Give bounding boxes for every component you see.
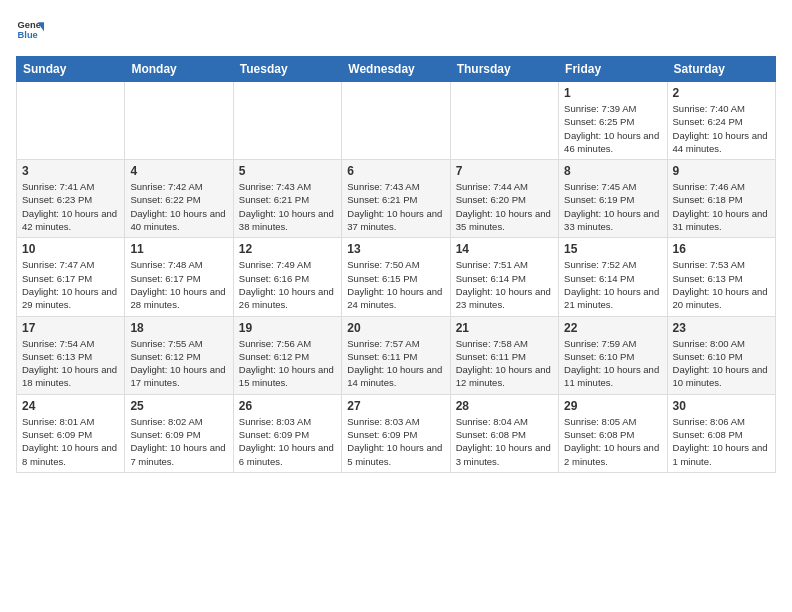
day-info: Sunrise: 8:04 AM Sunset: 6:08 PM Dayligh…	[456, 415, 553, 468]
day-info: Sunrise: 8:05 AM Sunset: 6:08 PM Dayligh…	[564, 415, 661, 468]
calendar-cell: 21Sunrise: 7:58 AM Sunset: 6:11 PM Dayli…	[450, 316, 558, 394]
calendar-cell: 17Sunrise: 7:54 AM Sunset: 6:13 PM Dayli…	[17, 316, 125, 394]
day-number: 27	[347, 399, 444, 413]
calendar-week-row: 1Sunrise: 7:39 AM Sunset: 6:25 PM Daylig…	[17, 82, 776, 160]
calendar-cell: 6Sunrise: 7:43 AM Sunset: 6:21 PM Daylig…	[342, 160, 450, 238]
day-number: 14	[456, 242, 553, 256]
day-number: 8	[564, 164, 661, 178]
calendar-cell: 26Sunrise: 8:03 AM Sunset: 6:09 PM Dayli…	[233, 394, 341, 472]
day-number: 25	[130, 399, 227, 413]
calendar-cell: 1Sunrise: 7:39 AM Sunset: 6:25 PM Daylig…	[559, 82, 667, 160]
logo: General Blue	[16, 16, 48, 44]
page-header: General Blue	[16, 16, 776, 44]
logo-icon: General Blue	[16, 16, 44, 44]
calendar-cell: 12Sunrise: 7:49 AM Sunset: 6:16 PM Dayli…	[233, 238, 341, 316]
calendar-cell: 15Sunrise: 7:52 AM Sunset: 6:14 PM Dayli…	[559, 238, 667, 316]
day-number: 28	[456, 399, 553, 413]
day-info: Sunrise: 8:03 AM Sunset: 6:09 PM Dayligh…	[239, 415, 336, 468]
day-info: Sunrise: 7:43 AM Sunset: 6:21 PM Dayligh…	[347, 180, 444, 233]
day-number: 24	[22, 399, 119, 413]
calendar-cell: 4Sunrise: 7:42 AM Sunset: 6:22 PM Daylig…	[125, 160, 233, 238]
calendar-cell: 25Sunrise: 8:02 AM Sunset: 6:09 PM Dayli…	[125, 394, 233, 472]
day-number: 7	[456, 164, 553, 178]
calendar-cell: 2Sunrise: 7:40 AM Sunset: 6:24 PM Daylig…	[667, 82, 775, 160]
day-number: 29	[564, 399, 661, 413]
day-info: Sunrise: 8:06 AM Sunset: 6:08 PM Dayligh…	[673, 415, 770, 468]
weekday-header: Wednesday	[342, 57, 450, 82]
calendar-cell	[17, 82, 125, 160]
day-number: 10	[22, 242, 119, 256]
day-number: 18	[130, 321, 227, 335]
day-info: Sunrise: 7:52 AM Sunset: 6:14 PM Dayligh…	[564, 258, 661, 311]
day-number: 15	[564, 242, 661, 256]
weekday-header: Sunday	[17, 57, 125, 82]
day-number: 19	[239, 321, 336, 335]
day-number: 5	[239, 164, 336, 178]
day-number: 20	[347, 321, 444, 335]
calendar-cell: 11Sunrise: 7:48 AM Sunset: 6:17 PM Dayli…	[125, 238, 233, 316]
day-info: Sunrise: 7:41 AM Sunset: 6:23 PM Dayligh…	[22, 180, 119, 233]
day-info: Sunrise: 7:43 AM Sunset: 6:21 PM Dayligh…	[239, 180, 336, 233]
day-info: Sunrise: 7:40 AM Sunset: 6:24 PM Dayligh…	[673, 102, 770, 155]
day-info: Sunrise: 8:02 AM Sunset: 6:09 PM Dayligh…	[130, 415, 227, 468]
calendar-cell: 24Sunrise: 8:01 AM Sunset: 6:09 PM Dayli…	[17, 394, 125, 472]
calendar-week-row: 17Sunrise: 7:54 AM Sunset: 6:13 PM Dayli…	[17, 316, 776, 394]
calendar-cell	[342, 82, 450, 160]
day-number: 17	[22, 321, 119, 335]
day-info: Sunrise: 7:39 AM Sunset: 6:25 PM Dayligh…	[564, 102, 661, 155]
calendar-cell: 22Sunrise: 7:59 AM Sunset: 6:10 PM Dayli…	[559, 316, 667, 394]
calendar-week-row: 10Sunrise: 7:47 AM Sunset: 6:17 PM Dayli…	[17, 238, 776, 316]
weekday-header: Friday	[559, 57, 667, 82]
day-number: 9	[673, 164, 770, 178]
weekday-header: Monday	[125, 57, 233, 82]
day-info: Sunrise: 7:42 AM Sunset: 6:22 PM Dayligh…	[130, 180, 227, 233]
calendar-cell: 19Sunrise: 7:56 AM Sunset: 6:12 PM Dayli…	[233, 316, 341, 394]
weekday-header: Tuesday	[233, 57, 341, 82]
day-info: Sunrise: 7:47 AM Sunset: 6:17 PM Dayligh…	[22, 258, 119, 311]
day-info: Sunrise: 7:58 AM Sunset: 6:11 PM Dayligh…	[456, 337, 553, 390]
day-info: Sunrise: 7:49 AM Sunset: 6:16 PM Dayligh…	[239, 258, 336, 311]
calendar-cell: 29Sunrise: 8:05 AM Sunset: 6:08 PM Dayli…	[559, 394, 667, 472]
calendar-body: 1Sunrise: 7:39 AM Sunset: 6:25 PM Daylig…	[17, 82, 776, 473]
day-info: Sunrise: 7:50 AM Sunset: 6:15 PM Dayligh…	[347, 258, 444, 311]
calendar-cell: 18Sunrise: 7:55 AM Sunset: 6:12 PM Dayli…	[125, 316, 233, 394]
calendar-cell: 8Sunrise: 7:45 AM Sunset: 6:19 PM Daylig…	[559, 160, 667, 238]
day-info: Sunrise: 7:51 AM Sunset: 6:14 PM Dayligh…	[456, 258, 553, 311]
day-number: 23	[673, 321, 770, 335]
calendar-cell: 28Sunrise: 8:04 AM Sunset: 6:08 PM Dayli…	[450, 394, 558, 472]
calendar-cell: 16Sunrise: 7:53 AM Sunset: 6:13 PM Dayli…	[667, 238, 775, 316]
day-number: 26	[239, 399, 336, 413]
day-number: 16	[673, 242, 770, 256]
calendar-table: SundayMondayTuesdayWednesdayThursdayFrid…	[16, 56, 776, 473]
day-info: Sunrise: 7:56 AM Sunset: 6:12 PM Dayligh…	[239, 337, 336, 390]
calendar-cell: 13Sunrise: 7:50 AM Sunset: 6:15 PM Dayli…	[342, 238, 450, 316]
day-info: Sunrise: 7:44 AM Sunset: 6:20 PM Dayligh…	[456, 180, 553, 233]
calendar-cell: 7Sunrise: 7:44 AM Sunset: 6:20 PM Daylig…	[450, 160, 558, 238]
day-number: 30	[673, 399, 770, 413]
day-info: Sunrise: 7:57 AM Sunset: 6:11 PM Dayligh…	[347, 337, 444, 390]
day-number: 22	[564, 321, 661, 335]
calendar-cell: 9Sunrise: 7:46 AM Sunset: 6:18 PM Daylig…	[667, 160, 775, 238]
day-info: Sunrise: 7:48 AM Sunset: 6:17 PM Dayligh…	[130, 258, 227, 311]
calendar-cell: 5Sunrise: 7:43 AM Sunset: 6:21 PM Daylig…	[233, 160, 341, 238]
calendar-week-row: 24Sunrise: 8:01 AM Sunset: 6:09 PM Dayli…	[17, 394, 776, 472]
day-number: 13	[347, 242, 444, 256]
day-number: 21	[456, 321, 553, 335]
day-number: 11	[130, 242, 227, 256]
calendar-cell: 23Sunrise: 8:00 AM Sunset: 6:10 PM Dayli…	[667, 316, 775, 394]
day-number: 2	[673, 86, 770, 100]
weekday-header: Saturday	[667, 57, 775, 82]
calendar-cell	[233, 82, 341, 160]
day-info: Sunrise: 7:55 AM Sunset: 6:12 PM Dayligh…	[130, 337, 227, 390]
day-number: 4	[130, 164, 227, 178]
day-info: Sunrise: 8:03 AM Sunset: 6:09 PM Dayligh…	[347, 415, 444, 468]
calendar-cell	[125, 82, 233, 160]
day-number: 12	[239, 242, 336, 256]
calendar-header-row: SundayMondayTuesdayWednesdayThursdayFrid…	[17, 57, 776, 82]
day-info: Sunrise: 7:54 AM Sunset: 6:13 PM Dayligh…	[22, 337, 119, 390]
day-number: 3	[22, 164, 119, 178]
svg-text:Blue: Blue	[18, 30, 38, 40]
calendar-cell: 3Sunrise: 7:41 AM Sunset: 6:23 PM Daylig…	[17, 160, 125, 238]
day-info: Sunrise: 8:01 AM Sunset: 6:09 PM Dayligh…	[22, 415, 119, 468]
day-info: Sunrise: 7:59 AM Sunset: 6:10 PM Dayligh…	[564, 337, 661, 390]
